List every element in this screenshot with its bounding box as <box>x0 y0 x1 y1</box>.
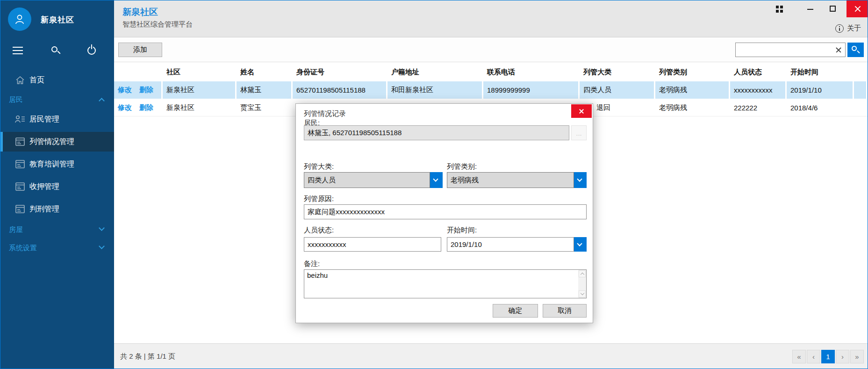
minimize-button[interactable] <box>799 0 821 17</box>
menu-icon[interactable] <box>11 43 25 58</box>
search-icon[interactable] <box>49 44 63 58</box>
person-icon <box>14 13 26 25</box>
record-dialog: 列管情况记录 居民: 林黛玉, 652701198505115188 ... 列… <box>295 103 593 323</box>
sidebar-group-settings[interactable]: 系统设置 <box>0 242 114 253</box>
sidebar: 新泉社区 首页 居民 居民管理 列管情况管理 <box>0 0 114 369</box>
delete-link[interactable]: 删除 <box>139 86 153 94</box>
sidebar-item-custody-mgmt[interactable]: 收押管理 <box>0 180 114 193</box>
remark-textarea[interactable]: beizhu <box>304 269 587 298</box>
cell-type: 老弱病残 <box>655 99 729 116</box>
browse-button[interactable]: ... <box>571 125 587 140</box>
edit-link[interactable]: 修改 <box>118 103 132 112</box>
remark-text: beizhu <box>307 271 328 279</box>
sidebar-group-label: 居民 <box>9 95 23 104</box>
cell-community: 新泉社区 <box>163 99 235 116</box>
chevron-down-icon <box>577 176 582 181</box>
pagination-next[interactable]: › <box>836 350 849 363</box>
pagination-page-1[interactable]: 1 <box>821 350 835 363</box>
add-button[interactable]: 添加 <box>118 43 162 57</box>
cell-category: 四类人员 <box>580 81 654 99</box>
form-icon <box>14 205 26 213</box>
sidebar-item-training-mgmt[interactable]: 教育培训管理 <box>0 158 114 171</box>
cell-address: 和田新泉社区 <box>387 81 482 99</box>
cell-name: 林黛玉 <box>237 81 291 99</box>
type-dropdown-button[interactable] <box>574 172 587 188</box>
cell-status: 222222 <box>730 99 785 116</box>
cancel-button[interactable]: 取消 <box>543 304 587 318</box>
sidebar-group-house[interactable]: 房屋 <box>0 224 114 235</box>
column-header[interactable]: 联系电话 <box>483 63 578 81</box>
delete-link[interactable]: 删除 <box>139 103 153 112</box>
close-icon <box>854 5 861 13</box>
sidebar-item-home[interactable]: 首页 <box>0 73 114 87</box>
about-button[interactable]: 关于 <box>835 24 861 33</box>
pagination-prev[interactable]: ‹ <box>807 350 820 363</box>
app-name: 新泉社区 <box>41 14 74 25</box>
cell-status: xxxxxxxxxxx <box>730 81 785 99</box>
page-subtitle: 智慧社区综合管理平台 <box>122 20 193 29</box>
search-button[interactable] <box>847 43 864 57</box>
app-window: 新泉社区 首页 居民 居民管理 列管情况管理 <box>0 0 868 369</box>
resident-field[interactable]: 林黛玉, 652701198505115188 <box>304 125 569 140</box>
clear-search-icon[interactable] <box>835 46 842 54</box>
scroll-down-icon[interactable] <box>579 290 586 297</box>
record-summary: 共 2 条 | 第 1/1 页 <box>120 352 175 361</box>
toolbar: 添加 <box>114 38 868 62</box>
cell-start-date: 2019/1/10 <box>787 81 853 99</box>
people-icon <box>14 115 26 123</box>
ok-button[interactable]: 确定 <box>493 304 538 318</box>
pagination-last[interactable]: » <box>850 350 864 363</box>
textarea-scrollbar[interactable] <box>578 270 586 298</box>
grid-layout-button[interactable] <box>768 0 790 17</box>
chevron-up-icon <box>99 98 105 104</box>
sidebar-item-resident-mgmt[interactable]: 居民管理 <box>0 113 114 126</box>
column-header[interactable]: 姓名 <box>237 63 291 81</box>
sidebar-group-label: 房屋 <box>9 225 23 234</box>
sidebar-toolbar <box>0 43 114 58</box>
type-combobox[interactable]: 老弱病残 <box>447 172 574 188</box>
chevron-down-icon <box>577 241 582 246</box>
column-header[interactable]: 户籍地址 <box>387 63 482 81</box>
sidebar-item-label: 收押管理 <box>29 182 59 192</box>
start-date-dropdown-button[interactable] <box>574 237 587 252</box>
pagination-first[interactable]: « <box>792 350 806 363</box>
header-bar: 新泉社区 智慧社区综合管理平台 关于 <box>114 0 868 37</box>
close-icon <box>579 109 584 114</box>
search-input[interactable] <box>736 43 832 57</box>
type-label: 列管类别: <box>447 162 477 171</box>
remark-label: 备注: <box>304 260 320 268</box>
search-box <box>735 43 846 57</box>
form-icon <box>14 182 26 191</box>
cell-phone: 18999999999 <box>483 81 578 99</box>
footer-bar: 共 2 条 | 第 1/1 页 « ‹ 1 › » <box>114 343 868 369</box>
close-button[interactable] <box>846 0 868 17</box>
column-header[interactable]: 人员状态 <box>730 63 785 81</box>
maximize-button[interactable] <box>822 0 844 17</box>
category-dropdown-button[interactable] <box>430 172 443 188</box>
avatar <box>8 7 31 31</box>
category-combobox[interactable]: 四类人员 <box>304 172 430 188</box>
reason-input[interactable]: 家庭问题xxxxxxxxxxxxxx <box>304 204 587 219</box>
form-icon <box>14 137 26 146</box>
home-icon <box>14 76 26 85</box>
edit-link[interactable]: 修改 <box>118 86 132 94</box>
start-date-picker[interactable]: 2019/1/10 <box>447 237 574 252</box>
sidebar-item-sentence-mgmt[interactable]: 判刑管理 <box>0 203 114 216</box>
dialog-close-button[interactable] <box>571 104 592 118</box>
sidebar-item-control-mgmt[interactable]: 列管情况管理 <box>0 132 114 152</box>
chevron-down-icon <box>433 176 438 181</box>
scroll-up-icon[interactable] <box>579 270 586 277</box>
sidebar-item-label: 判刑管理 <box>29 204 59 214</box>
status-label: 人员状态: <box>304 226 334 235</box>
table-row[interactable]: 修改 删除 新泉社区 林黛玉 652701198505115188 和田新泉社区… <box>114 81 868 99</box>
column-header[interactable]: 身份证号 <box>293 63 386 81</box>
page-title: 新泉社区 <box>122 6 158 18</box>
sidebar-item-label: 居民管理 <box>29 115 59 124</box>
power-icon[interactable] <box>86 44 100 58</box>
column-header[interactable]: 列管大类 <box>580 63 654 81</box>
sidebar-group-residents[interactable]: 居民 <box>0 94 114 105</box>
column-header[interactable]: 开始时间 <box>787 63 853 81</box>
status-input[interactable]: xxxxxxxxxxx <box>304 237 441 252</box>
column-header[interactable]: 社区 <box>163 63 235 81</box>
column-header[interactable]: 列管类别 <box>655 63 729 81</box>
